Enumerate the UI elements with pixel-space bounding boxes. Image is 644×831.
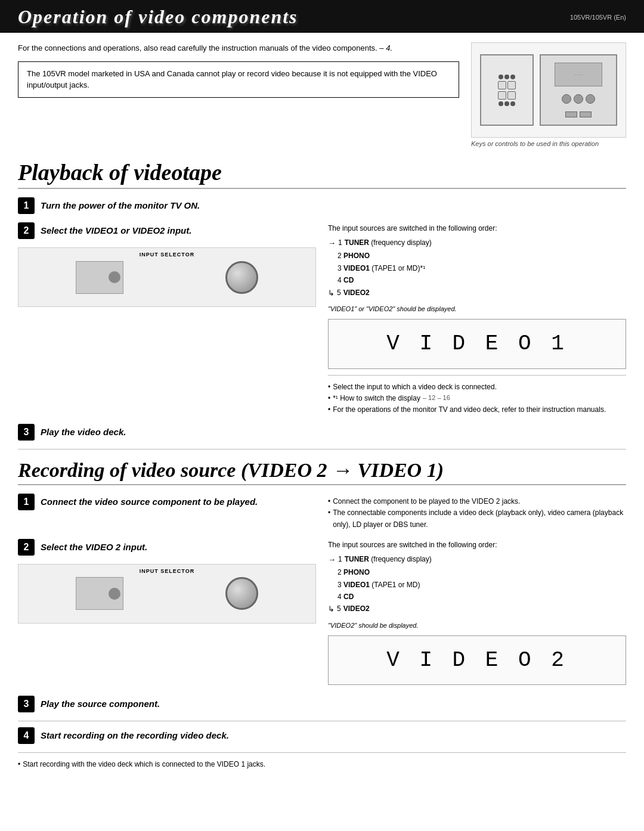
recording-step-1-right: Connect the component to be played to th… xyxy=(328,494,626,533)
rec-step-4-text: Start recording on the recording video d… xyxy=(41,727,229,742)
source-item-4: ↳ 5 VIDEO2 xyxy=(328,287,626,300)
page-title: Operation of video components xyxy=(18,6,298,28)
playback-heading: Playback of videotape xyxy=(18,159,626,189)
display-note-1: "VIDEO1" or "VIDEO2" should be displayed… xyxy=(328,303,626,315)
rec-source-item-4: ↳ 5 VIDEO2 xyxy=(328,603,626,616)
rec-source-num-4: 5 xyxy=(337,603,341,616)
panel-left xyxy=(480,54,534,126)
dot-4 xyxy=(499,101,503,106)
rec-step-2-text: Select the VIDEO 2 input. xyxy=(41,539,147,553)
screen-placeholder: · · · · xyxy=(574,73,583,77)
rec-source-num-0: 1 xyxy=(338,553,342,566)
playback-step-1: 1 Turn the power of the monitor TV ON. xyxy=(18,197,626,214)
rec-source-arrow-0: → xyxy=(328,553,336,566)
page-body: For the connections and operations, also… xyxy=(0,33,644,783)
ctrl-circle-2 xyxy=(574,94,583,104)
panel-right: · · · · xyxy=(540,54,617,126)
playback-step-3: 3 Play the video deck. xyxy=(18,424,626,441)
panel-btn-1 xyxy=(498,81,506,89)
divider-1 xyxy=(328,375,626,376)
step-1-text: Turn the power of the monitor TV ON. xyxy=(41,197,200,212)
bullet-notes-1: Select the input to which a video deck i… xyxy=(328,382,626,416)
recording-heading: Recording of video source (VIDEO 2 → VID… xyxy=(18,459,626,485)
connect-bullet-text-0: Connect the component to be played to th… xyxy=(333,496,520,507)
bullet-2: *¹ How to switch the display – 12 – 16 xyxy=(328,393,626,404)
panel-controls xyxy=(562,94,595,104)
panel-row-4 xyxy=(499,101,515,106)
video-display-1: V I D E O 1 xyxy=(328,319,626,368)
device-image-area: · · · · Keys or controls to xyxy=(471,42,626,147)
recording-step-2-right: The input sources are switched in the fo… xyxy=(328,539,626,690)
section-divider xyxy=(18,449,626,449)
bottom-note-text: Start recording with the video deck whic… xyxy=(23,759,265,770)
rec-source-arrow-4: ↳ xyxy=(328,603,335,616)
bullet-1: Select the input to which a video deck i… xyxy=(328,382,626,393)
rec-display-note: "VIDEO2" should be displayed. xyxy=(328,620,626,631)
step-3-text: Play the video deck. xyxy=(41,424,126,438)
panel-row-3 xyxy=(498,91,516,100)
dot-2 xyxy=(504,75,509,79)
dot-5 xyxy=(504,101,509,106)
connect-bullet-1: The connectable components include a vid… xyxy=(328,507,626,530)
bullet-text-3: For the operations of the monitor TV and… xyxy=(333,404,606,415)
rec-divider-1 xyxy=(18,721,626,721)
source-arrow-0: → xyxy=(328,237,336,250)
page-header: Operation of video components 105VR/105V… xyxy=(0,0,644,33)
bottom-note-bul: Start recording with the video deck whic… xyxy=(18,759,626,770)
source-label-4: VIDEO2 xyxy=(343,287,370,300)
source-item-0: → 1 TUNER (frequency display) xyxy=(328,237,626,250)
intro-text: For the connections and operations, also… xyxy=(18,42,459,54)
video-display-2: V I D E O 2 xyxy=(328,635,626,685)
warning-box: The 105VR model marketed in USA and Cana… xyxy=(18,61,459,98)
page-ref-2: – 12 – 16 xyxy=(423,393,450,404)
dot-6 xyxy=(510,101,515,106)
connect-bullet-0: Connect the component to be played to th… xyxy=(328,496,626,507)
recording-step-2-left: 2 Select the VIDEO 2 input. INPUT SELECT… xyxy=(18,539,316,690)
connect-bullets: Connect the component to be played to th… xyxy=(328,496,626,531)
recording-step-1: 1 Connect the video source component to … xyxy=(18,494,316,510)
step-2-number: 2 xyxy=(18,222,35,239)
selector-diagram-1: INPUT SELECTOR xyxy=(18,247,316,307)
selector-knob xyxy=(225,261,258,294)
rec-step-1-number: 1 xyxy=(18,494,35,510)
rec-source-label-4: VIDEO2 xyxy=(343,603,370,616)
source-item-3: 4 CD xyxy=(328,274,626,286)
intro-main-text: For the connections and operations, also… xyxy=(18,44,377,52)
device-diagram: · · · · xyxy=(471,42,626,138)
ctrl-circle-3 xyxy=(586,94,595,104)
rec-step-1-text: Connect the video source component to be… xyxy=(41,494,258,508)
source-num-4: 5 xyxy=(337,287,341,300)
panel-btn-3 xyxy=(498,91,506,100)
playback-step-2-right: The input sources are switched in the fo… xyxy=(328,222,626,418)
bullet-3: For the operations of the monitor TV and… xyxy=(328,404,626,415)
panel-row-1 xyxy=(499,75,515,79)
rec-step-3-number: 3 xyxy=(18,696,35,712)
rec-source-item-0: → 1 TUNER (frequency display) xyxy=(328,553,626,566)
recording-step-4: 4 Start recording on the recording video… xyxy=(18,727,626,744)
model-number: 105VR/105VR (En) xyxy=(570,14,626,21)
playback-step-2: 2 Select the VIDEO1 or VIDEO2 input. xyxy=(18,222,316,239)
device-keys-note: Keys or controls to be used in this oper… xyxy=(471,140,626,147)
rec-step-2-number: 2 xyxy=(18,539,35,556)
selector-icon xyxy=(109,271,120,283)
source-item-1: 2 PHONO xyxy=(328,250,626,262)
ctrl-rect-2 xyxy=(580,111,592,117)
rec-divider-2 xyxy=(18,752,626,753)
step-1-number: 1 xyxy=(18,197,35,214)
intro-page-ref: – 4. xyxy=(379,44,392,52)
source-arrow-4: ↳ xyxy=(328,287,335,300)
selector-left-panel-2 xyxy=(76,577,123,610)
rec-source-label-0: TUNER (frequency display) xyxy=(345,553,432,566)
source-label-0: TUNER (frequency display) xyxy=(345,237,432,250)
rec-step-4-number: 4 xyxy=(18,727,35,744)
panel-btn-4 xyxy=(507,91,516,100)
source-item-2: 3 VIDEO1 (TAPE1 or MD)*¹ xyxy=(328,262,626,274)
dot-1 xyxy=(499,75,503,79)
selector-label-2: INPUT SELECTOR xyxy=(140,568,194,574)
rec-source-item-1: 2 PHONO xyxy=(328,566,626,578)
step-3-number: 3 xyxy=(18,424,35,441)
intro-left: For the connections and operations, also… xyxy=(18,42,459,147)
dot-3 xyxy=(510,75,515,79)
source-num-0: 1 xyxy=(338,237,342,250)
panel-btn-2 xyxy=(507,81,516,89)
